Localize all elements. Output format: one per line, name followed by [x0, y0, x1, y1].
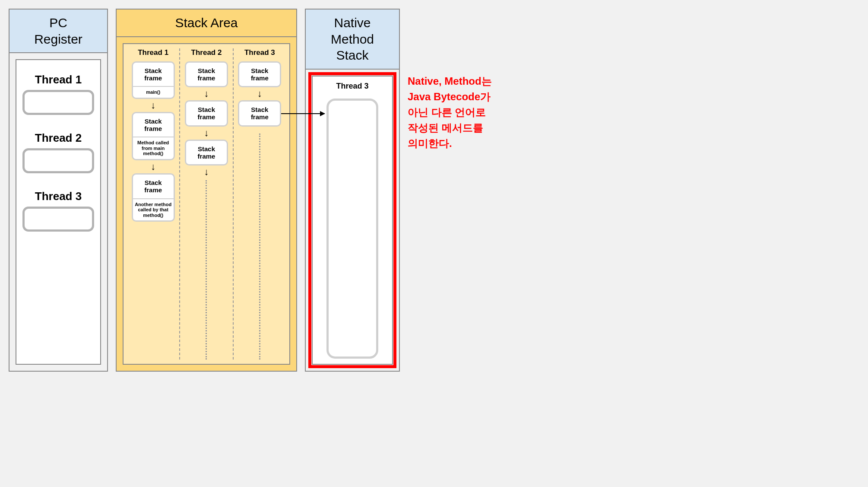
stack-frame-sub: Another method called by that method() [133, 198, 174, 221]
stack-area-panel: Stack Area Thread 1 Stack frame main() ↓… [116, 9, 297, 372]
annotation-text: Native, Method는 Java Bytecode가 아닌 다른 언어로… [408, 73, 511, 151]
stack-frame-main: Stack frame [186, 63, 227, 86]
stack-frame-main: Stack frame [186, 141, 227, 165]
pc-thread-1: Thread 1 [22, 73, 94, 115]
pc-register-panel: PC Register Thread 1 Thread 2 Thread 3 [9, 9, 108, 372]
stack-frame-main: Stack frame [133, 113, 174, 137]
jvm-memory-diagram: PC Register Thread 1 Thread 2 Thread 3 S… [9, 9, 400, 372]
stack-frame-main: Stack frame [239, 63, 280, 86]
native-method-stack-title: Native Method Stack [306, 10, 399, 70]
pc-thread-2-label: Thread 2 [22, 131, 94, 145]
pc-register-body: Thread 1 Thread 2 Thread 3 [16, 59, 101, 365]
stack-frame: Stack frame [185, 140, 228, 166]
stack-area-title: Stack Area [117, 10, 296, 37]
native-body: Thread 3 [312, 76, 393, 365]
stack-frame: Stack frame [238, 61, 281, 88]
stack-area-outer: Thread 1 Stack frame main() ↓ Stack fram… [117, 37, 296, 371]
stack-col-1-label: Thread 1 [138, 48, 168, 57]
stack-frame-sub: Method called from main method() [133, 137, 174, 159]
stack-col-2-label: Thread 2 [191, 48, 222, 57]
stack-frame-main: Stack frame [186, 102, 227, 125]
arrow-down-icon: ↓ [204, 167, 209, 177]
stack-frame-main: Stack frame [133, 175, 174, 198]
stack-frame-connector-source: Stack frame [238, 100, 281, 127]
stack-frame-main: Stack frame [239, 102, 280, 125]
stack-frame: Stack frame Method called from main meth… [132, 112, 175, 160]
continuation-dots [259, 134, 260, 360]
stack-col-thread-2: Thread 2 Stack frame ↓ Stack frame ↓ Sta… [179, 48, 232, 360]
stack-area-inner: Thread 1 Stack frame main() ↓ Stack fram… [123, 43, 290, 365]
arrow-down-icon: ↓ [257, 89, 262, 99]
pc-thread-3-label: Thread 3 [22, 190, 94, 203]
stack-frame-main: Stack frame [133, 63, 174, 86]
stack-frame: Stack frame [185, 100, 228, 127]
stack-col-thread-1: Thread 1 Stack frame main() ↓ Stack fram… [127, 48, 179, 360]
pc-thread-3: Thread 3 [22, 190, 94, 232]
arrow-down-icon: ↓ [151, 162, 155, 172]
arrow-down-icon: ↓ [151, 101, 155, 110]
arrow-down-icon: ↓ [204, 128, 209, 138]
stack-frame: Stack frame main() [132, 61, 175, 99]
connector-arrow [281, 113, 325, 114]
native-slot [326, 99, 378, 359]
stack-frame: Stack frame Another method called by tha… [132, 173, 175, 222]
stack-col-3-label: Thread 3 [244, 48, 275, 57]
pc-thread-1-label: Thread 1 [22, 73, 94, 86]
stack-frame: Stack frame [185, 61, 228, 88]
stack-frame-sub: main() [133, 86, 174, 98]
native-method-stack-panel: Native Method Stack Thread 3 [305, 9, 400, 372]
stack-col-thread-3: Thread 3 Stack frame ↓ Stack frame [233, 48, 286, 360]
continuation-dots [206, 180, 207, 360]
pc-thread-1-slot [22, 90, 94, 115]
pc-thread-3-slot [22, 207, 94, 232]
native-thread-label: Thread 3 [336, 82, 368, 91]
arrow-down-icon: ↓ [204, 89, 209, 99]
pc-register-title: PC Register [10, 10, 107, 53]
pc-thread-2: Thread 2 [22, 131, 94, 173]
pc-thread-2-slot [22, 148, 94, 173]
